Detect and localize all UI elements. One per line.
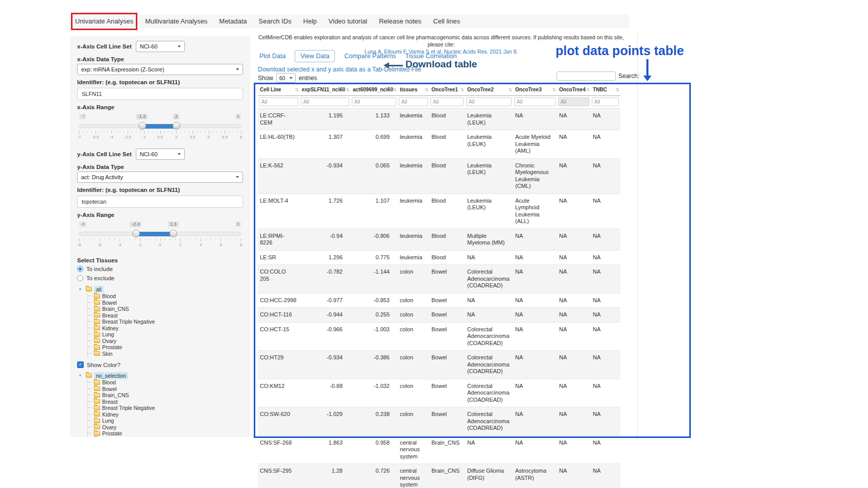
folder-icon xyxy=(94,412,100,417)
table-row-le-rpmi-8226[interactable]: LE:RPMI-8226-0.94-0.806leukemiaBloodMult… xyxy=(258,229,620,250)
include-tree-item-bowel[interactable]: Bowel xyxy=(88,300,243,306)
slider-tick xyxy=(192,131,193,134)
table-row-co-hcc-2998[interactable]: CO:HCC-2998-0.977-0.853colonBowelNANANAN… xyxy=(258,293,620,308)
color-tree-item-breast-triple-negative[interactable]: Breast Triple Negative xyxy=(88,405,243,411)
color-tree-item-bowel[interactable]: Bowel xyxy=(88,386,243,393)
table-row-co-ht29[interactable]: CO:HT29-0.934-0.386colonBowelColorectal … xyxy=(258,351,620,379)
include-tree-item-kidney[interactable]: Kidney xyxy=(88,325,243,332)
column-header-oncotree4[interactable]: OncoTree4⇅ xyxy=(557,84,591,96)
x-data-type-select[interactable]: exp: mRNA Expression (Z-Score) xyxy=(77,64,243,75)
cell-oncotree1: Bowel xyxy=(429,308,465,323)
column-header-expslfn11-nci60[interactable]: expSLFN11_nci60⇅ xyxy=(300,84,351,96)
column-filter-act609699-nci60[interactable] xyxy=(352,97,396,106)
table-row-co-sw-620[interactable]: CO:SW-620-1.0290.238colonBowelColorectal… xyxy=(258,407,620,436)
nav-item-cell-lines[interactable]: Cell lines xyxy=(433,17,460,25)
table-row-le-molt-4[interactable]: LE:MOLT-41.7261.107leukemiaBloodLeukemia… xyxy=(258,193,620,229)
nav-item-metadata[interactable]: Metadata xyxy=(219,17,247,25)
nav-item-release-notes[interactable]: Release notes xyxy=(379,17,421,25)
include-tree-item-lung[interactable]: Lung xyxy=(88,331,243,338)
y-cell-line-set-select[interactable]: NCI-60 xyxy=(136,149,185,160)
table-row-co-hct-15[interactable]: CO:HCT-15-0.966-1.003colonBowelColorecta… xyxy=(258,322,620,351)
column-filter-expslfn11-nci60[interactable] xyxy=(301,97,349,106)
cell-oncotree3: NA xyxy=(513,379,557,407)
nav-item-search-ids[interactable]: Search IDs xyxy=(259,17,292,25)
table-row-co-hct-116[interactable]: CO:HCT-116-0.9440.255colonBowelNANANANA xyxy=(258,308,620,323)
x-cell-line-set-select[interactable]: NCI-60 xyxy=(136,41,185,52)
include-tree-item-blood[interactable]: Blood xyxy=(88,293,243,300)
entries-select[interactable]: 60 xyxy=(276,73,296,83)
nav-item-univariate-analyses[interactable]: Univariate Analyses xyxy=(75,17,133,25)
tab-plot-data[interactable]: Plot Data xyxy=(259,51,285,62)
nav-item-video-tutorial[interactable]: Video tutorial xyxy=(329,17,368,25)
include-tree-item-skin[interactable]: Skin xyxy=(88,351,243,357)
slider-tick xyxy=(79,238,80,241)
column-header-oncotree2[interactable]: OncoTree2⇅ xyxy=(465,84,513,96)
show-color-checkbox[interactable]: ✓ xyxy=(77,361,84,368)
column-header-act609699-nci60[interactable]: act609699_nci60⇅ xyxy=(351,84,398,96)
slider-tick-label: -1 xyxy=(142,135,146,139)
table-row-le-ccrf-cem[interactable]: LE:CCRF-CEM1.1951.133leukemiaBloodLeukem… xyxy=(258,109,620,130)
slider-handle-high[interactable] xyxy=(170,230,177,237)
slider-handle-high[interactable] xyxy=(173,122,180,130)
column-filter-cell-line[interactable] xyxy=(259,97,298,106)
cell-expslfn11-nci60: -0.944 xyxy=(300,308,351,323)
column-filter-tissues[interactable] xyxy=(399,97,428,106)
include-tree-item-breast[interactable]: Breast xyxy=(88,312,243,319)
column-header-tnbc[interactable]: TNBC⇅ xyxy=(591,84,620,96)
column-header-tissues[interactable]: tissues⇅ xyxy=(398,84,429,96)
table-row-cns-sf-268[interactable]: CNS:SF-2681.8630.958central nervous syst… xyxy=(258,435,620,464)
color-tree-item-kidney[interactable]: Kidney xyxy=(88,411,243,418)
column-header-oncotree3[interactable]: OncoTree3⇅ xyxy=(513,84,557,96)
table-row-co-km12[interactable]: CO:KM12-0.88-1.032colonBowelColorectal A… xyxy=(258,379,620,407)
color-tree-item-lung[interactable]: Lung xyxy=(88,418,243,424)
table-row-co-colo-205[interactable]: CO:COLO 205-0.782-1.144colonBowelColorec… xyxy=(258,265,620,294)
column-header-cell-line[interactable]: Cell Line⇅ xyxy=(258,84,300,96)
column-filter-oncotree2[interactable] xyxy=(466,97,512,106)
color-tree-item-skin[interactable]: Skin xyxy=(88,437,243,437)
color-tree-item-ovary[interactable]: Ovary xyxy=(88,424,243,431)
folder-icon xyxy=(94,345,100,350)
include-tree-item-breast-triple-negative[interactable]: Breast Triple Negative xyxy=(88,319,243,325)
color-tree-item-brain-cns[interactable]: Brain_CNS xyxy=(88,392,243,399)
color-tree-item-breast[interactable]: Breast xyxy=(88,399,243,405)
slider-minor-tick xyxy=(211,238,211,240)
nav-item-help[interactable]: Help xyxy=(303,17,317,25)
to-exclude-radio[interactable]: To exclude xyxy=(77,274,243,282)
color-tree-item-prostate[interactable]: Prostate xyxy=(88,430,243,437)
color-tree-root[interactable]: ▾no_selection xyxy=(79,372,243,379)
to-include-radio[interactable]: To include xyxy=(77,265,243,273)
tree-toggle-icon[interactable]: ▾ xyxy=(79,373,84,378)
tab-compare-patterns[interactable]: Compare Patterns xyxy=(344,51,396,62)
column-filter-tnbc[interactable] xyxy=(592,97,619,106)
table-row-le-hl-60-tb[interactable]: LE:HL-60(TB)1.3070.699leukemiaBloodLeuke… xyxy=(258,130,620,159)
tree-toggle-icon[interactable]: ▾ xyxy=(79,287,84,291)
cell-oncotree1: Blood xyxy=(429,109,465,130)
column-filter-oncotree4[interactable] xyxy=(558,97,589,106)
include-tree-item-brain-cns[interactable]: Brain_CNS xyxy=(88,306,243,312)
x-identifier-input[interactable] xyxy=(77,88,243,100)
column-filter-oncotree1[interactable] xyxy=(430,97,464,106)
download-data-link[interactable]: Download selected x and y axis data as a… xyxy=(258,66,421,73)
table-search-input[interactable] xyxy=(557,71,616,81)
tab-view-data[interactable]: View Data xyxy=(295,50,335,62)
column-header-oncotree1[interactable]: OncoTree1⇅ xyxy=(429,84,465,96)
folder-icon xyxy=(94,399,100,404)
show-color-toggle[interactable]: ✓ Show Color? xyxy=(77,361,243,369)
table-row-le-k-562[interactable]: LE:K-562-0.9340.065leukemiaBloodLeukemia… xyxy=(258,158,620,193)
tree-item-label: Blood xyxy=(102,379,116,385)
select-tissues-label: Select Tissues xyxy=(77,257,243,264)
nav-item-multivariate-analyses[interactable]: Multivariate Analyses xyxy=(145,17,207,25)
table-row-le-sr[interactable]: LE:SR1.2960.775leukemiaBloodNANANANA xyxy=(258,250,620,265)
slider-handle-low[interactable] xyxy=(138,122,146,130)
table-row-cns-sf-295[interactable]: CNS:SF-2951.280.726central nervous syste… xyxy=(258,464,620,488)
slider-minor-tick xyxy=(170,238,171,240)
cell-act609699-nci60: 0.775 xyxy=(351,250,398,265)
include-tree-item-prostate[interactable]: Prostate xyxy=(88,344,243,351)
include-tree-root[interactable]: ▾all xyxy=(79,285,243,293)
y-identifier-input[interactable] xyxy=(77,196,243,208)
include-tree-item-ovary[interactable]: Ovary xyxy=(88,338,243,345)
color-tree-item-blood[interactable]: Blood xyxy=(88,379,243,386)
y-data-type-select[interactable]: act: Drug Activity xyxy=(77,172,243,183)
slider-handle-low[interactable] xyxy=(132,230,140,237)
column-filter-oncotree3[interactable] xyxy=(514,97,556,106)
